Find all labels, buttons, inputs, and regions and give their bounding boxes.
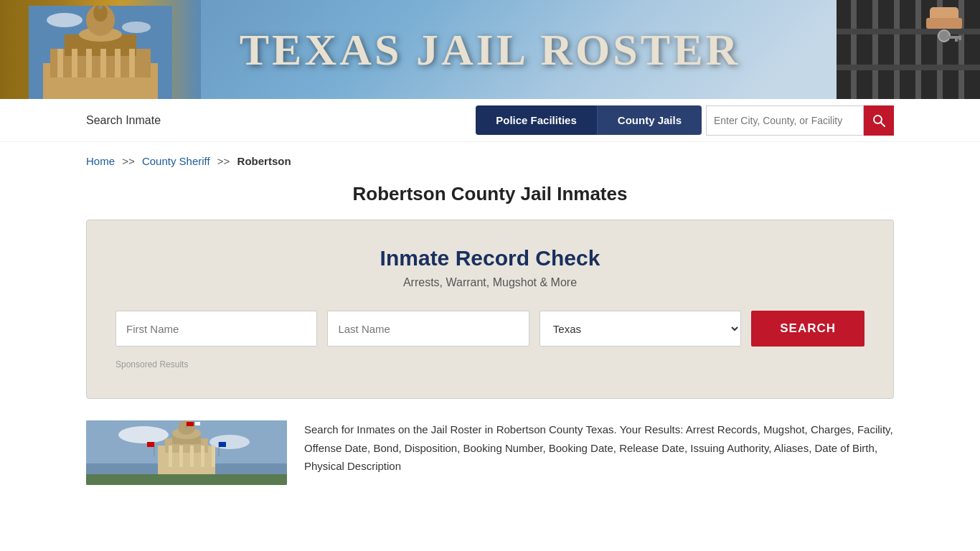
facility-search-button[interactable] <box>864 105 894 136</box>
svg-rect-49 <box>179 446 183 467</box>
record-check-subtitle: Arrests, Warrant, Mugshot & More <box>116 276 864 289</box>
svg-point-38 <box>209 435 250 449</box>
breadcrumb-sep2: >> <box>217 155 230 167</box>
svg-rect-50 <box>190 446 194 467</box>
bottom-content: Search for Inmates on the Jail Roster in… <box>0 420 980 485</box>
svg-rect-28 <box>926 18 962 29</box>
breadcrumb-sep1: >> <box>122 155 135 167</box>
svg-rect-4 <box>57 49 63 77</box>
svg-rect-9 <box>129 49 135 77</box>
record-check-box: Inmate Record Check Arrests, Warrant, Mu… <box>86 220 894 399</box>
banner-right-illustration <box>837 0 980 99</box>
record-check-form: AlabamaAlaskaArizonaArkansasCaliforniaCo… <box>116 311 864 347</box>
svg-rect-6 <box>86 49 92 77</box>
navbar: Search Inmate Police Facilities County J… <box>0 99 980 142</box>
sponsored-results-label: Sponsored Results <box>116 359 864 369</box>
svg-rect-48 <box>169 446 172 467</box>
breadcrumb-county-sheriff[interactable]: County Sheriff <box>142 155 210 167</box>
svg-rect-52 <box>212 446 215 467</box>
svg-line-34 <box>881 122 885 126</box>
svg-rect-25 <box>837 29 980 34</box>
svg-rect-21 <box>894 0 900 99</box>
banner-title: Texas Jail Roster <box>240 24 741 75</box>
bottom-image <box>86 420 287 485</box>
svg-rect-45 <box>187 422 194 426</box>
last-name-input[interactable] <box>327 311 529 347</box>
breadcrumb: Home >> County Sheriff >> Robertson <box>0 142 980 176</box>
svg-rect-46 <box>195 422 200 425</box>
svg-rect-26 <box>837 65 980 70</box>
search-inmate-label: Search Inmate <box>86 114 161 127</box>
svg-point-17 <box>122 22 151 33</box>
svg-rect-19 <box>851 0 857 99</box>
svg-rect-8 <box>115 49 121 77</box>
svg-rect-7 <box>100 49 106 77</box>
bottom-description: Search for Inmates on the Jail Roster in… <box>304 420 894 485</box>
record-check-title: Inmate Record Check <box>116 246 864 270</box>
county-jails-button[interactable]: County Jails <box>597 105 702 135</box>
svg-rect-56 <box>219 442 226 447</box>
svg-rect-47 <box>86 474 287 485</box>
state-select[interactable]: AlabamaAlaskaArizonaArkansasCaliforniaCo… <box>540 311 741 347</box>
breadcrumb-current: Robertson <box>237 155 291 167</box>
breadcrumb-home[interactable]: Home <box>86 155 115 167</box>
svg-rect-51 <box>201 446 204 467</box>
search-button[interactable]: SEARCH <box>751 311 864 347</box>
svg-rect-54 <box>147 442 154 447</box>
svg-rect-31 <box>955 36 958 42</box>
capitol-illustration <box>29 6 172 99</box>
nav-search-wrap <box>706 105 894 136</box>
svg-rect-22 <box>915 0 921 99</box>
police-facilities-button[interactable]: Police Facilities <box>476 105 597 135</box>
svg-rect-5 <box>72 49 77 77</box>
header-banner: Texas Jail Roster <box>0 0 980 99</box>
nav-right: Police Facilities County Jails <box>476 105 894 136</box>
first-name-input[interactable] <box>116 311 317 347</box>
svg-rect-24 <box>958 0 964 99</box>
svg-rect-20 <box>872 0 878 99</box>
page-title: Robertson County Jail Inmates <box>0 176 980 220</box>
svg-rect-32 <box>958 36 961 40</box>
facility-search-input[interactable] <box>706 105 864 136</box>
svg-point-16 <box>47 13 83 27</box>
svg-point-37 <box>118 426 169 443</box>
search-icon <box>872 114 885 127</box>
